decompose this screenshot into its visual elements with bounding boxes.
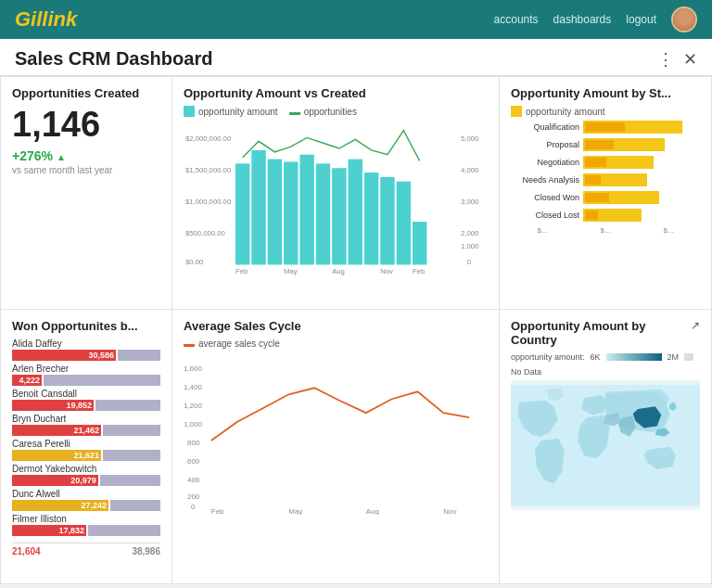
stage-row-proposal: Proposal: [511, 138, 700, 151]
orange-legend-icon: [184, 344, 195, 347]
opp-vs-svg: $2,000,000.00 $1,500,000.00 $1,000,000.0…: [184, 121, 488, 278]
won-bar-label: 21,621: [73, 451, 99, 460]
svg-rect-11: [235, 163, 249, 264]
svg-text:0: 0: [191, 504, 196, 512]
won-bar-label: 4,222: [19, 376, 40, 385]
stage-bar: [583, 121, 682, 134]
stage-bar-wrap: [583, 121, 700, 134]
won-opps-title: Won Opportunites b...: [12, 319, 160, 333]
dashboard-header: Sales CRM Dashboard ⋮ ✕: [0, 39, 712, 76]
won-bar-gray: [103, 450, 160, 461]
panel-opp-vs: Opportunity Amount vs Created opportunit…: [172, 76, 499, 310]
list-item: Bryn Duchart 21,462: [12, 414, 160, 436]
logo: Gillink: [15, 7, 77, 32]
dashboard-body: Opportunities Created 1,146 +276% ▲ vs s…: [0, 76, 712, 584]
won-name: Dermot Yakebowitch: [12, 464, 160, 474]
list-item: Arlen Brecher 4,222: [12, 364, 160, 386]
panel-won-opps: Won Opportunites b... Alida Daffey 30,58…: [0, 310, 172, 584]
won-name: Bryn Duchart: [12, 414, 160, 424]
legend-opp-label: opportunities: [304, 107, 357, 117]
won-footer-gray: 38,986: [132, 546, 160, 556]
country-nodata-box: [684, 353, 693, 361]
won-bars: 27,242: [12, 500, 160, 511]
stage-bar: [583, 173, 647, 186]
nav-links: accounts dashboards logout: [494, 6, 697, 32]
svg-rect-20: [380, 177, 394, 265]
growth-arrow: ▲: [57, 152, 66, 162]
svg-text:3,000: 3,000: [461, 198, 478, 206]
stage-label: Closed Lost: [511, 211, 583, 220]
won-name: Arlen Brecher: [12, 364, 160, 374]
country-min-label: 6K: [591, 352, 601, 362]
avatar-image: [673, 8, 695, 31]
svg-text:Aug: Aug: [366, 507, 379, 515]
svg-text:200: 200: [187, 492, 200, 501]
won-bar-label: 27,242: [81, 501, 107, 510]
panel-opp-stage: Opportunity Amount by St... opportunity …: [499, 76, 712, 310]
legend-amount-label: opportunity amount: [198, 107, 278, 117]
won-name: Dunc Alwell: [12, 489, 160, 499]
won-footer: 21,604 38,986: [12, 543, 160, 556]
close-button[interactable]: ✕: [683, 49, 697, 70]
svg-rect-22: [413, 222, 426, 264]
svg-text:May: May: [288, 507, 302, 515]
won-bar-label: 17,832: [58, 526, 84, 535]
green-legend-icon: [289, 112, 300, 115]
stage-label: Proposal: [511, 140, 583, 149]
won-bars: 21,621: [12, 450, 160, 461]
opp-created-title: Opportunities Created: [12, 86, 160, 100]
won-bar-gray: [118, 350, 160, 361]
list-item: Filmer Illiston 17,832: [12, 514, 160, 536]
avatar[interactable]: [671, 6, 697, 32]
opp-vs-title: Opportunity Amount vs Created: [184, 86, 488, 100]
stage-bar-inner: [585, 193, 609, 202]
opp-vs-legend: opportunity amount opportunities: [184, 106, 488, 117]
stage-row-negotiation: Negotiation: [511, 156, 700, 169]
won-bars: 17,832: [12, 525, 160, 536]
stage-bar: [583, 191, 659, 204]
country-legend-label: opportunity amount:: [511, 352, 585, 362]
world-map: [511, 380, 700, 510]
list-item: Benoit Cansdall 19,852: [12, 389, 160, 411]
won-bar-gray: [44, 375, 160, 386]
nav-logout[interactable]: logout: [626, 13, 656, 26]
country-gradient: [606, 353, 662, 361]
stage-bar-inner: [585, 140, 614, 149]
svg-text:May: May: [284, 267, 298, 275]
won-bars: 20,979: [12, 475, 160, 486]
svg-text:600: 600: [187, 457, 200, 466]
avg-sales-legend-item: average sales cycle: [184, 339, 280, 349]
svg-text:1,600: 1,600: [184, 364, 202, 373]
panel-avg-sales: Average Sales Cycle average sales cycle …: [172, 310, 499, 584]
list-item: Dermot Yakebowitch 20,979: [12, 464, 160, 486]
country-legend: opportunity amount: 6K 2M No Data: [511, 352, 700, 377]
stage-row-qualification: Qualification: [511, 121, 700, 134]
world-map-svg: [511, 380, 700, 510]
svg-rect-18: [349, 160, 362, 265]
won-bar-red: 17,832: [12, 525, 86, 536]
opp-created-growth: +276% ▲: [12, 148, 160, 163]
won-opps-list: Alida Daffey 30,586 Arlen Brecher 4,222: [12, 339, 160, 539]
expand-icon[interactable]: ↗: [691, 319, 700, 332]
yellow-legend-icon: [511, 106, 522, 117]
growth-value: +276%: [12, 148, 53, 163]
avg-sales-chart: 1,600 1,400 1,200 1,000 800 600 400 200 …: [184, 352, 488, 518]
nav-accounts[interactable]: accounts: [494, 13, 539, 26]
won-name: Filmer Illiston: [12, 514, 160, 524]
country-max-label: 2M: [668, 352, 680, 362]
avg-sales-legend-label: average sales cycle: [198, 339, 280, 349]
svg-text:Nov: Nov: [443, 507, 456, 515]
legend-opp: opportunities: [289, 106, 357, 117]
svg-text:5,000: 5,000: [461, 134, 478, 143]
teal-legend-icon: [184, 106, 195, 117]
won-bars: 30,586: [12, 350, 160, 361]
svg-text:Aug: Aug: [332, 267, 345, 275]
won-bar-red: 30,586: [12, 350, 116, 361]
won-bar-gray: [103, 425, 160, 436]
opp-stage-title: Opportunity Amount by St...: [511, 86, 700, 100]
more-options-button[interactable]: ⋮: [657, 49, 674, 70]
svg-rect-17: [332, 168, 346, 264]
list-item: Alida Daffey 30,586: [12, 339, 160, 361]
nav-dashboards[interactable]: dashboards: [553, 13, 612, 26]
svg-text:2,000: 2,000: [461, 229, 478, 237]
